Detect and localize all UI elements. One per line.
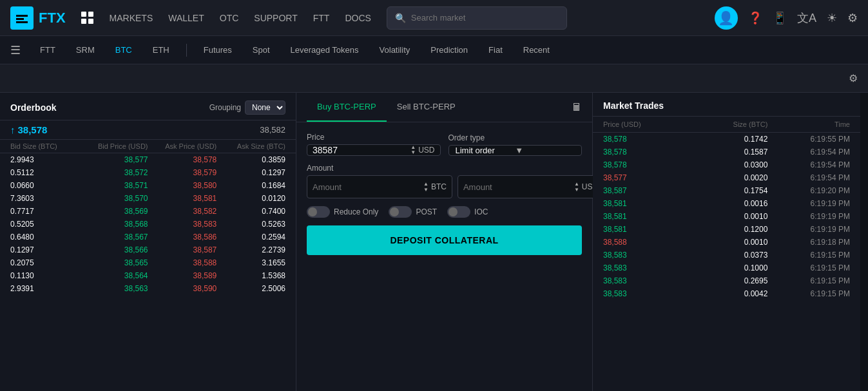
avatar-icon: 👤 [718, 10, 734, 26]
trade-price: 38,581 [603, 212, 686, 221]
amount-usd-arrows[interactable]: ▲▼ [574, 181, 579, 193]
bid-price-cell: 38,570 [79, 194, 148, 203]
tab-leveraged-tokens[interactable]: Leveraged Tokens [282, 40, 368, 60]
reduce-only-switch[interactable] [307, 206, 330, 218]
table-row[interactable]: 0.6480 38,567 38,586 0.2594 [0, 231, 296, 243]
mt-col-size: Size (BTC) [686, 120, 768, 128]
amount-btc-input[interactable] [313, 182, 421, 192]
amount-usd-input[interactable] [463, 182, 572, 192]
trade-price: 38,577 [603, 173, 686, 182]
search-input[interactable] [411, 13, 559, 23]
deposit-collateral-button[interactable]: DEPOSIT COLLATERAL [307, 225, 582, 255]
nav-docs[interactable]: DOCS [345, 13, 371, 23]
search-icon: 🔍 [395, 13, 406, 23]
trade-time: 6:19:19 PM [767, 199, 850, 208]
table-row[interactable]: 7.3603 38,570 38,581 0.0120 [0, 192, 296, 205]
ob-current-price: ↑ 38,578 [10, 124, 47, 135]
sidebar-item-btc[interactable]: BTC [106, 40, 141, 60]
order-type-select[interactable]: Limit order ▼ [448, 145, 583, 156]
trade-time: 6:19:15 PM [767, 251, 850, 260]
ob-header: Orderbook Grouping None 0.5 1 [0, 93, 296, 120]
table-row[interactable]: 2.9943 38,577 38,578 0.3859 [0, 153, 296, 166]
top-nav: FTX MARKETS WALLET OTC SUPPORT FTT DOCS … [0, 0, 868, 36]
price-input[interactable] [313, 145, 410, 155]
amount-btc-field[interactable]: ▲▼ BTC [307, 175, 452, 198]
ask-price-cell: 38,590 [148, 284, 217, 293]
amount-btc-arrows[interactable]: ▲▼ [423, 181, 429, 193]
orderbook-panel: Orderbook Grouping None 0.5 1 ↑ 38,578 3… [0, 93, 296, 391]
table-row[interactable]: 0.2075 38,565 38,588 3.1655 [0, 256, 296, 269]
trade-size: 0.0373 [686, 251, 768, 260]
trade-price: 38,581 [603, 199, 686, 208]
ask-price-cell: 38,589 [148, 271, 217, 280]
reduce-only-label: Reduce Only [334, 207, 378, 216]
amount-section: Amount ▲▼ BTC ▲▼ USD [307, 164, 582, 198]
sidebar-item-srm[interactable]: SRM [67, 40, 104, 60]
list-item: 38,587 0.1754 6:19:20 PM [593, 184, 860, 197]
nav-markets[interactable]: MARKETS [110, 13, 153, 23]
trade-price: 38,578 [603, 148, 686, 157]
sidebar-item-eth[interactable]: ETH [144, 40, 178, 60]
tab-prediction[interactable]: Prediction [421, 40, 477, 60]
ob-rows: 2.9943 38,577 38,578 0.3859 0.5112 38,57… [0, 153, 296, 391]
table-row[interactable]: 0.5205 38,568 38,583 0.5263 [0, 218, 296, 231]
grid-icon[interactable] [81, 12, 94, 24]
list-item: 38,581 0.0010 6:19:19 PM [593, 210, 860, 223]
help-icon[interactable]: ❓ [748, 11, 762, 25]
table-row[interactable]: 0.1297 38,566 38,587 2.2739 [0, 243, 296, 256]
table-row[interactable]: 0.7717 38,569 38,582 0.7400 [0, 205, 296, 218]
search-bar[interactable]: 🔍 [387, 6, 567, 30]
ob-col-headers: Bid Size (BTC) Bid Price (USD) Ask Price… [0, 140, 296, 153]
table-row[interactable]: 2.9391 38,563 38,590 2.5006 [0, 282, 296, 295]
calculator-icon[interactable]: 🖩 [572, 102, 582, 113]
table-row[interactable]: 0.5112 38,572 38,579 0.1297 [0, 166, 296, 179]
bid-size-cell: 2.9391 [10, 284, 79, 293]
nav-wallet[interactable]: WALLET [168, 13, 204, 23]
toggle-ioc: IOC [447, 206, 488, 218]
trade-price: 38,581 [603, 225, 686, 234]
post-switch[interactable] [389, 206, 412, 218]
mt-header: Market Trades [593, 93, 860, 117]
ask-price-cell: 38,579 [148, 168, 217, 177]
price-input-wrap[interactable]: ▲▼ USD [307, 144, 441, 156]
nav-ftt[interactable]: FTT [313, 13, 330, 23]
tab-volatility[interactable]: Volatility [371, 40, 420, 60]
theme-icon[interactable]: ☀ [827, 11, 837, 25]
table-row[interactable]: 0.1130 38,564 38,589 1.5368 [0, 269, 296, 282]
ask-size-cell: 0.0120 [217, 194, 285, 203]
ftx-logo-icon[interactable] [10, 6, 34, 30]
nav-otc[interactable]: OTC [220, 13, 239, 23]
tab-spot[interactable]: Spot [244, 40, 279, 60]
trading-panel: Buy BTC-PERP Sell BTC-PERP 🖩 Price ▲▼ US… [296, 93, 593, 391]
table-row[interactable]: 0.0660 38,571 38,580 0.1684 [0, 179, 296, 192]
ask-size-cell: 0.7400 [217, 207, 285, 216]
nav-support[interactable]: SUPPORT [254, 13, 297, 23]
amount-usd-field[interactable]: ▲▼ USD [458, 175, 604, 198]
bid-price-cell: 38,566 [79, 245, 148, 254]
bid-size-cell: 7.3603 [10, 194, 79, 203]
mobile-icon[interactable]: 📱 [773, 11, 787, 25]
price-arrows[interactable]: ▲▼ [410, 145, 416, 155]
tab-futures[interactable]: Futures [195, 40, 241, 60]
sidebar-item-ftt[interactable]: FTT [31, 40, 64, 60]
grouping-select[interactable]: None 0.5 1 [245, 100, 285, 115]
trade-size: 0.0020 [686, 173, 768, 182]
avatar[interactable]: 👤 [715, 6, 738, 30]
logo-area: FTX [10, 6, 66, 30]
bid-size-cell: 0.0660 [10, 181, 79, 190]
amount-row: ▲▼ BTC ▲▼ USD [307, 175, 582, 198]
sec-nav: ☰ FTT SRM BTC ETH Futures Spot Leveraged… [0, 36, 868, 64]
hamburger-icon[interactable]: ☰ [10, 43, 21, 57]
tab-fiat[interactable]: Fiat [479, 40, 512, 60]
trade-body: Price ▲▼ USD Order type Limit order ▼ [296, 122, 592, 265]
scrollbar-track[interactable] [860, 93, 868, 391]
tab-buy-btc-perp[interactable]: Buy BTC-PERP [307, 93, 387, 122]
ioc-switch[interactable] [447, 206, 470, 218]
settings-icon[interactable]: ⚙ [847, 11, 858, 25]
tab-sell-btc-perp[interactable]: Sell BTC-PERP [387, 93, 466, 122]
tab-recent[interactable]: Recent [514, 40, 559, 60]
trade-size: 0.0300 [686, 160, 768, 169]
bid-price-cell: 38,567 [79, 233, 148, 242]
chart-settings-icon[interactable]: ⚙ [849, 72, 858, 84]
translate-icon[interactable]: 文A [797, 10, 816, 26]
